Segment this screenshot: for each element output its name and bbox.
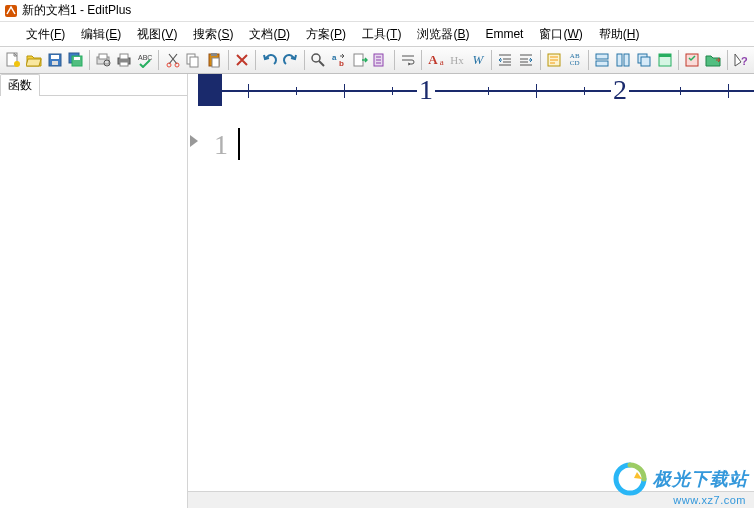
sidebar: 函数 bbox=[0, 74, 188, 508]
svg-rect-22 bbox=[212, 58, 219, 67]
text-area[interactable] bbox=[234, 106, 754, 491]
menu-search[interactable]: 搜索(S) bbox=[185, 23, 241, 46]
svg-rect-31 bbox=[617, 54, 622, 66]
maximize-button[interactable] bbox=[655, 49, 674, 71]
save-button[interactable] bbox=[46, 49, 65, 71]
preferences-button[interactable] bbox=[683, 49, 702, 71]
window-list-button[interactable] bbox=[593, 49, 612, 71]
cut-button[interactable] bbox=[163, 49, 182, 71]
svg-point-2 bbox=[14, 61, 20, 67]
highlight-button[interactable] bbox=[545, 49, 564, 71]
new-file-button[interactable] bbox=[4, 49, 23, 71]
ruler-mark-2: 2 bbox=[611, 74, 629, 106]
menu-help[interactable]: 帮助(H) bbox=[591, 23, 648, 46]
menu-view[interactable]: 视图(V) bbox=[129, 23, 185, 46]
svg-rect-21 bbox=[211, 53, 217, 56]
svg-rect-14 bbox=[120, 62, 128, 66]
editor: 1 2 1 bbox=[188, 74, 754, 508]
menu-edit[interactable]: 编辑(E) bbox=[73, 23, 129, 46]
goto-button[interactable] bbox=[350, 49, 369, 71]
help-button[interactable]: ? bbox=[731, 49, 750, 71]
wordwrap-button[interactable] bbox=[399, 49, 418, 71]
svg-rect-4 bbox=[51, 55, 59, 59]
window-title: 新的文档1 - EditPlus bbox=[22, 2, 131, 19]
print-button[interactable] bbox=[115, 49, 134, 71]
save-all-button[interactable] bbox=[66, 49, 85, 71]
ruler-mark-1: 1 bbox=[417, 74, 435, 106]
spellcheck-button[interactable]: ABC bbox=[136, 49, 155, 71]
svg-rect-5 bbox=[52, 61, 58, 65]
font-size-button[interactable]: Aa bbox=[426, 49, 445, 71]
delete-button[interactable] bbox=[233, 49, 252, 71]
toolbar: ABC ab Aa Hx W AB CD ? bbox=[0, 46, 754, 74]
print-preview-button[interactable] bbox=[94, 49, 113, 71]
app-icon bbox=[4, 4, 18, 18]
replace-button[interactable]: ab bbox=[329, 49, 348, 71]
bookmark-button[interactable] bbox=[371, 49, 390, 71]
svg-rect-19 bbox=[190, 57, 198, 67]
svg-point-23 bbox=[312, 54, 320, 62]
svg-rect-8 bbox=[74, 57, 80, 60]
sidebar-body bbox=[0, 96, 187, 508]
svg-text:?: ? bbox=[741, 55, 748, 67]
tile-horizontal-button[interactable] bbox=[614, 49, 633, 71]
svg-rect-32 bbox=[624, 54, 629, 66]
sidebar-tab-functions[interactable]: 函数 bbox=[0, 74, 40, 96]
browser-button[interactable]: W bbox=[468, 49, 487, 71]
svg-text:b: b bbox=[339, 59, 344, 68]
svg-rect-29 bbox=[596, 54, 608, 59]
cascade-button[interactable] bbox=[635, 49, 654, 71]
horizontal-scrollbar[interactable] bbox=[188, 491, 754, 508]
editor-body: 1 bbox=[188, 106, 754, 491]
menu-emmet[interactable]: Emmet bbox=[477, 24, 531, 44]
redo-button[interactable] bbox=[281, 49, 300, 71]
ruler[interactable]: 1 2 bbox=[188, 74, 754, 106]
paste-button[interactable] bbox=[205, 49, 224, 71]
menu-browser[interactable]: 浏览器(B) bbox=[409, 23, 477, 46]
find-button[interactable] bbox=[309, 49, 328, 71]
gutter: 1 bbox=[188, 106, 234, 491]
svg-rect-26 bbox=[354, 54, 363, 66]
svg-rect-10 bbox=[99, 54, 107, 59]
menu-window[interactable]: 窗口(W) bbox=[531, 23, 590, 46]
open-file-button[interactable] bbox=[25, 49, 44, 71]
menubar: 文件(F) 编辑(E) 视图(V) 搜索(S) 文档(D) 方案(P) 工具(T… bbox=[0, 22, 754, 46]
undo-button[interactable] bbox=[260, 49, 279, 71]
svg-text:a: a bbox=[332, 53, 337, 62]
indent-left-button[interactable] bbox=[496, 49, 515, 71]
hex-button[interactable]: Hx bbox=[448, 49, 467, 71]
directory-button[interactable] bbox=[704, 49, 723, 71]
sidebar-tabs: 函数 bbox=[0, 74, 187, 96]
svg-text:ABC: ABC bbox=[138, 54, 152, 61]
svg-rect-34 bbox=[641, 57, 650, 66]
menu-tools[interactable]: 工具(T) bbox=[354, 23, 409, 46]
svg-rect-30 bbox=[596, 61, 608, 66]
svg-rect-13 bbox=[120, 54, 128, 59]
menu-file[interactable]: 文件(F) bbox=[18, 23, 73, 46]
column-select-button[interactable]: AB CD bbox=[565, 49, 584, 71]
caret bbox=[238, 128, 240, 160]
menu-doc[interactable]: 文档(D) bbox=[241, 23, 298, 46]
main-area: 函数 1 2 1 bbox=[0, 74, 754, 508]
indent-right-button[interactable] bbox=[517, 49, 536, 71]
svg-rect-36 bbox=[659, 54, 671, 57]
current-line-arrow-icon bbox=[190, 135, 198, 147]
menu-project[interactable]: 方案(P) bbox=[298, 23, 354, 46]
copy-button[interactable] bbox=[184, 49, 203, 71]
titlebar: 新的文档1 - EditPlus bbox=[0, 0, 754, 22]
